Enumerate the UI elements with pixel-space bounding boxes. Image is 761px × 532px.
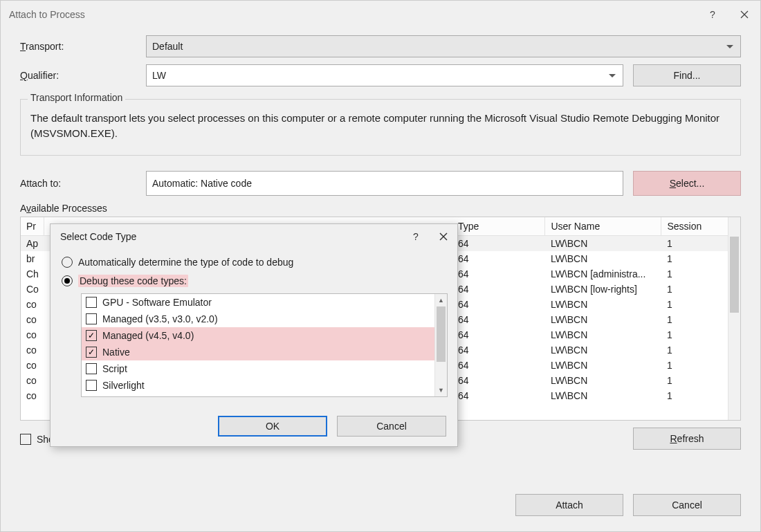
radio-selected-icon bbox=[62, 275, 73, 286]
qualifier-combo[interactable]: LW bbox=[146, 64, 623, 86]
attach-to-process-dialog: Attach to Process ? Transport: Default Q… bbox=[0, 0, 761, 532]
refresh-button[interactable]: Refresh bbox=[633, 428, 741, 450]
radio-icon bbox=[62, 257, 73, 268]
code-type-label: Managed (v3.5, v3.0, v2.0) bbox=[102, 313, 218, 324]
cancel-button[interactable]: Cancel bbox=[633, 494, 741, 516]
inner-help-button[interactable]: ? bbox=[402, 224, 430, 249]
scroll-up-icon[interactable]: ▲ bbox=[435, 294, 447, 306]
checkbox-icon[interactable] bbox=[86, 297, 97, 308]
transport-info-legend: Transport Information bbox=[28, 92, 125, 103]
code-type-item[interactable]: Managed (v4.5, v4.0) bbox=[82, 327, 447, 344]
code-type-item[interactable]: Silverlight bbox=[82, 377, 447, 394]
debug-types-label: Debug these code types: bbox=[78, 275, 188, 287]
close-icon bbox=[439, 232, 448, 241]
code-type-item[interactable]: GPU - Software Emulator bbox=[82, 294, 447, 311]
auto-detect-label: Automatically determine the type of code… bbox=[78, 257, 293, 268]
qualifier-label: Qualifier: bbox=[20, 70, 146, 81]
code-type-label: GPU - Software Emulator bbox=[102, 297, 212, 308]
select-code-type-dialog: Select Code Type ? Automatically determi… bbox=[50, 223, 458, 447]
inner-cancel-button[interactable]: Cancel bbox=[337, 416, 446, 437]
auto-detect-radio[interactable]: Automatically determine the type of code… bbox=[62, 253, 446, 271]
checkbox-icon[interactable] bbox=[86, 313, 97, 324]
debug-types-radio[interactable]: Debug these code types: bbox=[62, 271, 446, 291]
show-all-users-checkbox[interactable] bbox=[20, 434, 31, 445]
col-type[interactable]: Type bbox=[452, 217, 545, 236]
help-button[interactable]: ? bbox=[697, 1, 728, 28]
window-title: Attach to Process bbox=[9, 1, 85, 28]
code-type-list[interactable]: GPU - Software EmulatorManaged (v3.5, v3… bbox=[81, 293, 448, 397]
attach-to-field[interactable]: Automatic: Native code bbox=[146, 171, 623, 196]
find-button[interactable]: Find... bbox=[633, 64, 741, 86]
checkbox-icon[interactable] bbox=[86, 347, 97, 358]
close-icon bbox=[740, 10, 749, 19]
inner-title: Select Code Type bbox=[60, 224, 136, 249]
code-type-label: Native bbox=[102, 347, 130, 358]
code-type-label: Silverlight bbox=[102, 380, 145, 391]
checkbox-icon[interactable] bbox=[86, 330, 97, 341]
inner-ok-button[interactable]: OK bbox=[218, 416, 327, 437]
table-scrollbar[interactable] bbox=[728, 217, 740, 420]
transport-combo[interactable]: Default bbox=[146, 35, 741, 57]
code-type-item[interactable]: Script bbox=[82, 360, 447, 377]
code-type-item[interactable]: Managed (v3.5, v3.0, v2.0) bbox=[82, 311, 447, 327]
col-user[interactable]: User Name bbox=[545, 217, 661, 236]
checkbox-icon[interactable] bbox=[86, 380, 97, 391]
scroll-down-icon[interactable]: ▼ bbox=[435, 384, 447, 396]
transport-info-text: The default transport lets you select pr… bbox=[30, 111, 731, 141]
available-processes-label: Available Processes bbox=[20, 203, 741, 214]
col-process[interactable]: Pr bbox=[21, 217, 44, 236]
titlebar: Attach to Process ? bbox=[1, 1, 760, 28]
code-type-label: Managed (v4.5, v4.0) bbox=[102, 330, 194, 341]
attach-button[interactable]: Attach bbox=[515, 494, 623, 516]
inner-close-button[interactable] bbox=[430, 224, 457, 249]
transport-info-group: Transport Information The default transp… bbox=[20, 99, 741, 156]
list-scrollbar[interactable]: ▲ ▼ bbox=[434, 294, 447, 396]
code-type-label: Script bbox=[102, 363, 127, 374]
close-button[interactable] bbox=[728, 1, 760, 28]
code-type-item[interactable]: Native bbox=[82, 344, 447, 360]
transport-label: Transport: bbox=[20, 41, 146, 52]
attach-to-label: Attach to: bbox=[20, 178, 146, 189]
select-button[interactable]: Select... bbox=[633, 171, 741, 196]
checkbox-icon[interactable] bbox=[86, 363, 97, 374]
